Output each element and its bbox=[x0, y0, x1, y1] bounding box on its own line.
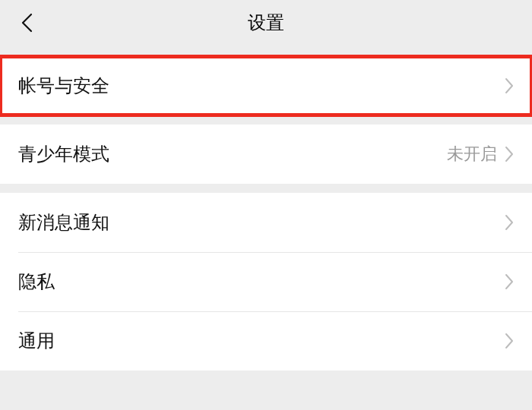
section-gap bbox=[0, 115, 532, 125]
back-button[interactable] bbox=[15, 11, 38, 34]
chevron-right-icon bbox=[505, 146, 514, 162]
chevron-right-icon bbox=[505, 214, 514, 231]
page-title: 设置 bbox=[0, 11, 532, 35]
item-value: 未开启 bbox=[447, 143, 497, 166]
item-right bbox=[505, 273, 514, 290]
section-gap bbox=[0, 184, 532, 193]
settings-group: 帐号与安全 bbox=[0, 56, 532, 115]
item-label: 新消息通知 bbox=[18, 210, 109, 235]
chevron-right-icon bbox=[505, 333, 514, 349]
item-right: 未开启 bbox=[447, 143, 514, 166]
item-general[interactable]: 通用 bbox=[0, 311, 532, 371]
item-right bbox=[505, 333, 514, 349]
header: 设置 bbox=[0, 0, 532, 46]
chevron-left-icon bbox=[21, 13, 33, 33]
item-right bbox=[505, 77, 514, 94]
settings-group: 青少年模式 未开启 bbox=[0, 125, 532, 184]
section-gap bbox=[0, 46, 532, 56]
item-label: 隐私 bbox=[18, 270, 55, 294]
item-label: 通用 bbox=[18, 329, 55, 353]
chevron-right-icon bbox=[505, 77, 514, 94]
item-label: 青少年模式 bbox=[18, 142, 109, 166]
settings-group: 新消息通知 隐私 通用 bbox=[0, 193, 532, 371]
item-right bbox=[505, 214, 514, 231]
item-new-message-notify[interactable]: 新消息通知 bbox=[0, 193, 532, 252]
item-label: 帐号与安全 bbox=[18, 74, 109, 98]
item-account-security[interactable]: 帐号与安全 bbox=[0, 56, 532, 115]
chevron-right-icon bbox=[505, 273, 514, 290]
item-privacy[interactable]: 隐私 bbox=[0, 252, 532, 311]
item-youth-mode[interactable]: 青少年模式 未开启 bbox=[0, 125, 532, 184]
